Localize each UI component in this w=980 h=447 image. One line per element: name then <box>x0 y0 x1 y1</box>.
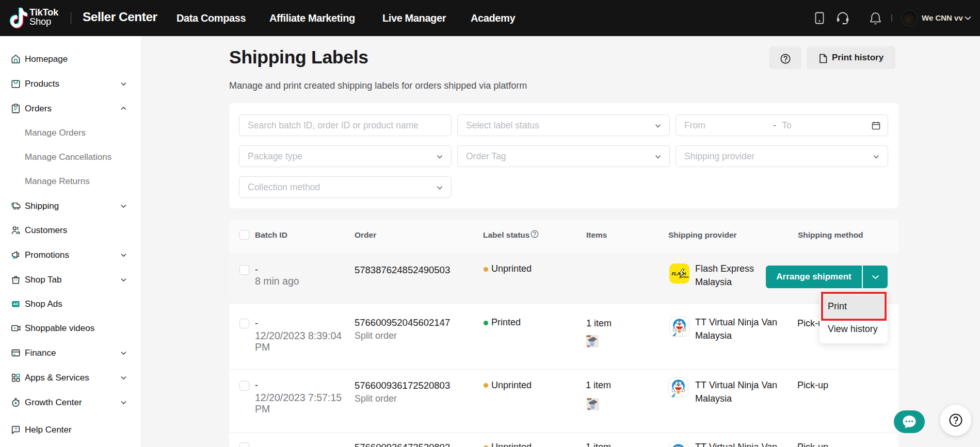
svg-text:?: ? <box>14 426 17 432</box>
svg-text:AD: AD <box>13 302 18 306</box>
svg-text:EXPRESS: EXPRESS <box>680 276 689 278</box>
svg-text:FLA: FLA <box>672 271 680 276</box>
